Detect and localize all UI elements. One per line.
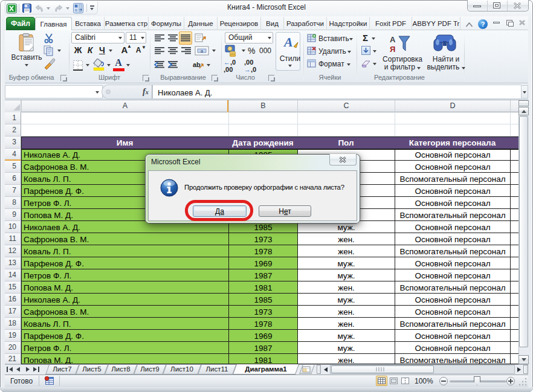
svg-text:A: A [283,34,293,50]
svg-text:Я: Я [390,45,395,54]
svg-text:a: a [201,49,203,53]
svg-text:ab: ab [193,61,201,68]
svg-text:А: А [390,35,396,44]
